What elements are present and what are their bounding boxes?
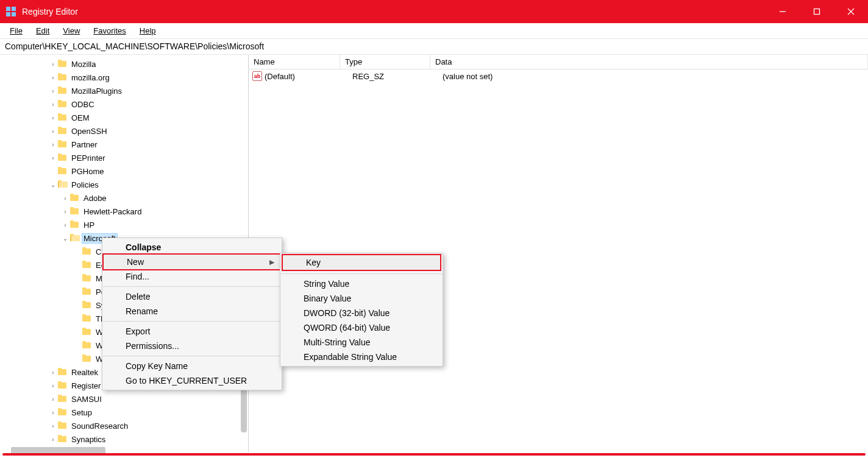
- ctx-export[interactable]: Export: [102, 324, 282, 339]
- folder-icon: [57, 381, 67, 390]
- col-name[interactable]: Name: [249, 55, 340, 69]
- ctx-new-key[interactable]: Key: [282, 254, 441, 271]
- tree-item[interactable]: ›OEM: [0, 111, 248, 124]
- tree-item[interactable]: ›MozillaPlugins: [0, 84, 248, 97]
- ctx-delete[interactable]: Delete: [102, 289, 282, 304]
- menu-favorites[interactable]: Favorites: [87, 24, 132, 37]
- tree-item-label: OpenSSH: [69, 126, 109, 136]
- chevron-right-icon[interactable]: ›: [49, 141, 57, 148]
- tree-item[interactable]: ›Partner: [0, 138, 248, 151]
- value-type: REG_SZ: [352, 72, 443, 81]
- ctx-new[interactable]: New ▶: [102, 253, 282, 270]
- ctx-new-expandstring[interactable]: Expandable String Value: [280, 350, 443, 364]
- folder-icon: [57, 60, 67, 68]
- menu-bar: File Edit View Favorites Help: [0, 23, 868, 39]
- window-border-bottom: [2, 453, 866, 456]
- folder-icon: [82, 301, 91, 309]
- value-name: (Default): [265, 72, 352, 81]
- folder-icon: [57, 113, 67, 122]
- folder-icon: [82, 314, 91, 323]
- chevron-right-icon[interactable]: ›: [49, 436, 57, 443]
- tree-item[interactable]: ›Adobe: [0, 191, 248, 205]
- folder-icon: [57, 86, 67, 95]
- menu-file[interactable]: File: [4, 24, 29, 37]
- tree-item[interactable]: ›OpenSSH: [0, 124, 248, 138]
- close-button[interactable]: [834, 0, 868, 23]
- address-bar[interactable]: Computer\HKEY_LOCAL_MACHINE\SOFTWARE\Pol…: [0, 39, 868, 55]
- folder-icon: [69, 234, 79, 242]
- ctx-separator: [103, 356, 281, 356]
- ctx-new-dword[interactable]: DWORD (32-bit) Value: [280, 306, 443, 320]
- tree-item[interactable]: ›HP: [0, 218, 248, 231]
- tree-item[interactable]: ›mozilla.org: [0, 71, 248, 84]
- menu-view[interactable]: View: [57, 24, 86, 37]
- tree-item[interactable]: PGHome: [0, 164, 248, 178]
- menu-edit[interactable]: Edit: [30, 24, 55, 37]
- chevron-right-icon[interactable]: ›: [49, 155, 57, 161]
- folder-icon: [57, 421, 67, 430]
- svg-rect-0: [6, 7, 10, 11]
- chevron-right-icon: ▶: [269, 258, 274, 266]
- context-submenu-new: Key String Value Binary Value DWORD (32-…: [280, 253, 443, 367]
- tree-item[interactable]: ⌄Policies: [0, 178, 248, 191]
- chevron-right-icon[interactable]: ›: [49, 74, 57, 81]
- chevron-right-icon[interactable]: ›: [49, 101, 57, 108]
- tree-item[interactable]: ›ODBC: [0, 97, 248, 111]
- ctx-new-binary[interactable]: Binary Value: [280, 291, 443, 306]
- menu-help[interactable]: Help: [133, 24, 162, 37]
- col-data[interactable]: Data: [430, 55, 868, 69]
- tree-item[interactable]: ›PEPrinter: [0, 151, 248, 164]
- ctx-rename[interactable]: Rename: [102, 304, 282, 319]
- ctx-new-qword[interactable]: QWORD (64-bit) Value: [280, 320, 443, 335]
- chevron-down-icon[interactable]: ⌄: [61, 235, 69, 242]
- chevron-right-icon[interactable]: ›: [49, 382, 57, 389]
- tree-item[interactable]: ›SAMSUI: [0, 392, 248, 406]
- chevron-right-icon[interactable]: ›: [49, 423, 57, 429]
- tree-item-label: Realtek: [69, 367, 100, 378]
- values-header: Name Type Data: [249, 55, 868, 69]
- svg-rect-3: [12, 12, 16, 16]
- tree-item[interactable]: ›Setup: [0, 406, 248, 419]
- tree-item-label: SoundResearch: [69, 421, 130, 431]
- tree-item[interactable]: ›Synaptics: [0, 432, 248, 446]
- ctx-find[interactable]: Find...: [102, 269, 282, 284]
- col-type[interactable]: Type: [340, 55, 430, 69]
- chevron-down-icon[interactable]: ⌄: [49, 181, 57, 188]
- chevron-right-icon[interactable]: ›: [49, 114, 57, 121]
- chevron-right-icon[interactable]: ›: [49, 369, 57, 376]
- tree-item-label: Hewlett-Packard: [82, 206, 143, 217]
- chevron-right-icon[interactable]: ›: [49, 88, 57, 94]
- folder-icon: [69, 220, 79, 229]
- tree-item[interactable]: ›SoundResearch: [0, 419, 248, 432]
- value-row[interactable]: ab(Default)REG_SZ(value not set): [249, 69, 868, 83]
- chevron-right-icon[interactable]: ›: [61, 222, 69, 228]
- chevron-right-icon[interactable]: ›: [61, 208, 69, 215]
- tree-item-label: Partner: [69, 139, 99, 150]
- folder-icon: [57, 100, 67, 108]
- ctx-new-string[interactable]: String Value: [280, 277, 443, 291]
- ctx-new-multistring[interactable]: Multi-String Value: [280, 335, 443, 350]
- folder-icon: [57, 408, 67, 417]
- ctx-goto-hkcu[interactable]: Go to HKEY_CURRENT_USER: [102, 373, 282, 388]
- tree-item-label: Policies: [69, 180, 101, 190]
- folder-icon: [57, 140, 67, 149]
- ctx-collapse[interactable]: Collapse: [102, 240, 282, 255]
- minimize-button[interactable]: [766, 0, 800, 23]
- chevron-right-icon[interactable]: ›: [49, 128, 57, 135]
- chevron-right-icon[interactable]: ›: [61, 195, 69, 202]
- ctx-permissions[interactable]: Permissions...: [102, 339, 282, 353]
- chevron-right-icon[interactable]: ›: [49, 409, 57, 416]
- tree-item-label: mozilla.org: [69, 72, 112, 83]
- app-icon: [5, 5, 17, 18]
- string-value-icon: ab: [252, 71, 262, 81]
- chevron-right-icon[interactable]: ›: [49, 61, 57, 68]
- folder-icon: [69, 194, 79, 202]
- maximize-button[interactable]: [800, 0, 834, 23]
- tree-item[interactable]: ›Mozilla: [0, 57, 248, 71]
- svg-rect-2: [6, 12, 10, 16]
- chevron-right-icon[interactable]: ›: [49, 396, 57, 403]
- svg-rect-5: [814, 9, 820, 15]
- ctx-copy-key-name[interactable]: Copy Key Name: [102, 359, 282, 373]
- tree-item-label: MozillaPlugins: [69, 86, 124, 96]
- tree-item[interactable]: ›Hewlett-Packard: [0, 205, 248, 218]
